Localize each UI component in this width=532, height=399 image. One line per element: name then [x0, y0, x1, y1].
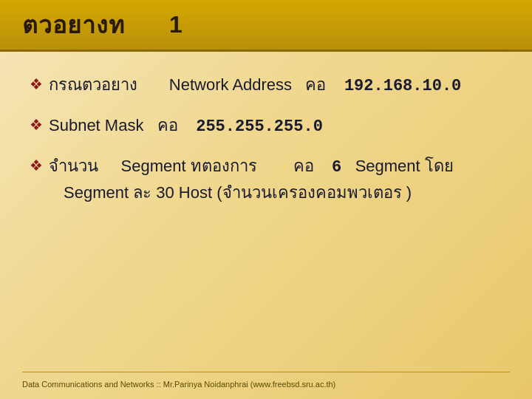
bullet3-subline: Segment ละ 30 Host (จำนวนเครองคอมพวเตอร … — [64, 182, 454, 205]
bullet3-count: 6 — [332, 158, 341, 177]
bullet1-network-label: Network Address — [169, 75, 292, 94]
bullet3-kho: คอ — [293, 157, 314, 175]
bullet3-subline-text: Segment ละ 30 Host (จำนวนเครองคอมพวเตอร … — [64, 183, 412, 202]
header-bar: ตวอยางท 1 — [0, 0, 532, 52]
bullet2-kho: คอ — [157, 116, 178, 134]
bullet-diamond-1: ❖ — [30, 75, 43, 93]
bullet-text-1: กรณตวอยาง Network Address คอ 192.168.10.… — [49, 74, 461, 98]
slide: ตวอยางท 1 ❖ กรณตวอยาง Network Address คอ… — [0, 0, 532, 399]
footer-text: Data Communications and Networks :: Mr.P… — [22, 380, 335, 389]
bullet-diamond-3: ❖ — [30, 157, 43, 174]
slide-number: 1 — [169, 11, 183, 38]
bullet-text-2: Subnet Mask คอ 255.255.255.0 — [49, 115, 323, 139]
bullet-text-3: จำนวน Segment ทตองการ คอ 6 Segment โดย — [49, 157, 454, 175]
bullet-item-1: ❖ กรณตวอยาง Network Address คอ 192.168.1… — [30, 74, 502, 98]
bullet1-prefix: กรณตวอยาง — [49, 75, 137, 94]
slide-content: ❖ กรณตวอยาง Network Address คอ 192.168.1… — [0, 52, 532, 236]
bullet1-kho: คอ — [305, 75, 326, 94]
footer: Data Communications and Networks :: Mr.P… — [22, 372, 510, 390]
bullet2-prefix: Subnet Mask — [49, 116, 143, 134]
bullet-item-2: ❖ Subnet Mask คอ 255.255.255.0 — [30, 115, 502, 139]
bullet-diamond-2: ❖ — [30, 116, 43, 134]
slide-title: ตวอยางท — [22, 6, 125, 44]
bullet3-segment: Segment ทตองการ — [121, 157, 257, 175]
bullet1-ip: 192.168.10.0 — [344, 77, 461, 95]
bullet2-mask: 255.255.255.0 — [196, 117, 323, 136]
bullet-item-3: ❖ จำนวน Segment ทตองการ คอ 6 Segment โดย… — [30, 155, 502, 205]
bullet3-prefix: จำนวน — [49, 157, 98, 175]
bullet3-segment2: Segment โดย — [355, 157, 454, 175]
bullet-text-3-container: จำนวน Segment ทตองการ คอ 6 Segment โดย S… — [49, 155, 454, 205]
